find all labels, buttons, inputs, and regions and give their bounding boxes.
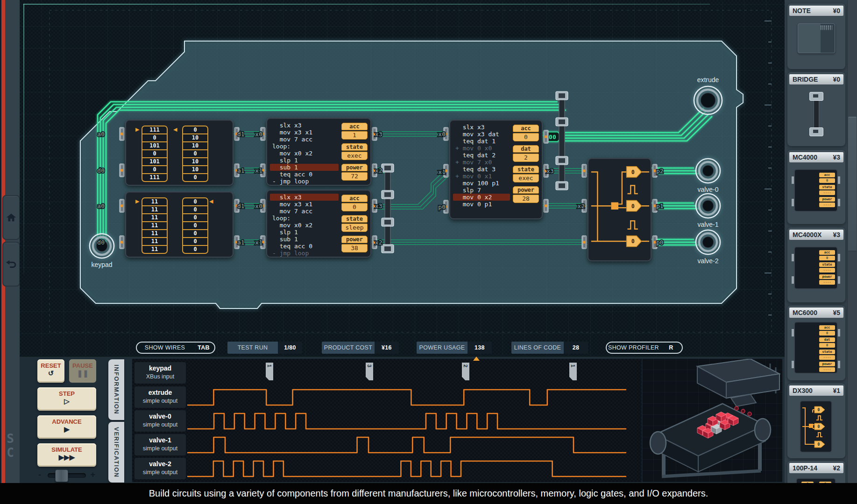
mini-register-label: power	[819, 362, 835, 366]
chip-mc4000-a[interactable]: slx x3 mov x3 x1 mov 7 accloop: mov x0 x…	[266, 118, 371, 186]
wave-row-label: valve-0simple output	[135, 410, 186, 432]
home-button[interactable]	[2, 195, 20, 240]
scrollbar-handle[interactable]	[848, 117, 857, 252]
code-line: slp 1	[270, 229, 339, 236]
mini-chip: 000	[800, 400, 832, 453]
circuit-canvas[interactable]: 100keypadextrudevalve-0valve-1valve-2d1x…	[20, 0, 785, 356]
flag-number: 2	[463, 364, 468, 367]
rom-chip-1[interactable]: 11101010101011101010010100▶◀	[125, 119, 234, 186]
wire-label: p0	[438, 203, 446, 210]
slider-knob[interactable]	[55, 469, 68, 482]
rom-cell[interactable]: 10	[183, 133, 207, 141]
mini-register-label: state	[819, 185, 835, 189]
part-card-note[interactable]: NOTE¥0	[787, 4, 845, 69]
slider-minus-label[interactable]: -	[38, 470, 41, 480]
status-show-profiler[interactable]: SHOW PROFILERR	[606, 342, 683, 354]
rom-cell[interactable]: 0	[183, 205, 207, 213]
terminal-valve-2: valve-2	[696, 230, 720, 265]
tab-verification[interactable]: VERIFICATION	[108, 422, 124, 483]
rom-cell[interactable]: 10	[183, 165, 207, 173]
wire-label: x0	[255, 203, 262, 210]
rom-cell[interactable]: 0	[183, 229, 207, 237]
mini-pin	[792, 199, 794, 206]
rom-cell[interactable]: 11	[142, 213, 167, 221]
tab-information[interactable]: INFORMATION	[108, 359, 124, 420]
register-value: exec	[341, 152, 368, 160]
simulate-label: SIMULATE	[37, 446, 96, 453]
rom-cell[interactable]: 0	[183, 173, 207, 181]
rom-cell[interactable]: 10	[183, 141, 207, 149]
rom-cursor-icon: ▶	[135, 197, 139, 205]
rom-cell[interactable]: 11	[142, 221, 167, 229]
step-button[interactable]: STEP ▷	[37, 387, 96, 411]
pause-button[interactable]: PAUSE ❚❚	[69, 359, 96, 383]
status-value: 28	[564, 342, 588, 354]
mini-pin	[792, 361, 794, 368]
rom-cell[interactable]: 0	[183, 149, 207, 157]
reset-button[interactable]: RESET ↺	[37, 359, 64, 383]
rom-cell[interactable]: 0	[183, 126, 207, 133]
mini-pin	[838, 361, 840, 368]
rom-cell[interactable]: 101	[142, 157, 167, 165]
code-line: slx x3	[270, 194, 339, 201]
rom-cell[interactable]: 0	[183, 213, 207, 221]
code-line: mov 7 acc	[270, 208, 339, 215]
rom-cell[interactable]: 11	[142, 205, 167, 213]
rom-cell[interactable]: 11	[142, 237, 167, 245]
mini-pin	[838, 329, 840, 336]
chip-dx300[interactable]: 000	[588, 158, 652, 261]
code-line: slp 1	[270, 157, 339, 164]
part-card-dx300[interactable]: DX300¥1000	[787, 384, 845, 458]
wire-label: x0	[438, 131, 446, 138]
chip-mc4000-b[interactable]: slx x3 mov x3 x1 mov 7 accloop: mov x0 x…	[266, 189, 371, 258]
rom-cell[interactable]: 11	[142, 245, 167, 253]
undo-button[interactable]	[2, 242, 20, 287]
rom-cell[interactable]: 10	[183, 157, 207, 165]
rom-cell[interactable]: 0	[142, 133, 167, 141]
rom-cell[interactable]: 0	[183, 237, 207, 245]
rom-chip-2[interactable]: 111111111111110000000▶◀	[125, 191, 234, 258]
part-preview	[787, 85, 845, 146]
rom-cell[interactable]: 0	[183, 198, 207, 205]
part-card-header: MC4000¥3	[789, 152, 843, 162]
port-pin	[120, 164, 124, 177]
chip-mc6000[interactable]: slx x3 mov x3 dat teq dat 1+ mov 0 x0 te…	[449, 119, 543, 219]
part-card-mc4000[interactable]: MC4000¥3acc0state----power----	[787, 150, 845, 224]
part-card-bridge[interactable]: BRIDGE¥0	[787, 72, 845, 146]
rom-cell[interactable]: 0	[142, 165, 167, 173]
mini-register-value: ----	[819, 355, 835, 360]
sidebar-scrollbar[interactable]	[847, 0, 857, 504]
advance-button[interactable]: ADVANCE ▶	[37, 415, 96, 439]
home-icon	[5, 211, 17, 224]
status-label: TEST RUN	[227, 342, 278, 354]
status-show-wires[interactable]: SHOW WIRESTAB	[136, 342, 215, 354]
slider-plus-label[interactable]: +	[90, 470, 95, 480]
wire-label: x1	[255, 239, 262, 246]
rom-cell[interactable]: 111	[142, 173, 167, 181]
chip-code: slx x3 mov x3 x1 mov 7 accloop: mov x0 x…	[270, 122, 339, 185]
wire-label: x0	[255, 131, 262, 138]
code-line: mov x3 dat	[453, 131, 510, 138]
rom-cell[interactable]: 101	[142, 141, 167, 149]
code-line: mov 0 x2	[453, 194, 510, 201]
simulate-button[interactable]: SIMULATE ▶▶▶	[37, 443, 96, 467]
caption-bar: Build circuits using a variety of compon…	[0, 483, 857, 504]
wire-label: d1	[237, 131, 245, 138]
rom-cell[interactable]: 0	[142, 149, 167, 157]
machine-svg	[642, 359, 782, 481]
mini-register-value: ----	[819, 367, 835, 372]
signal-type: simple output	[135, 445, 186, 453]
rom-cell[interactable]: 11	[142, 229, 167, 237]
status-test-run[interactable]: TEST RUN1/80	[227, 342, 302, 354]
mini-pin	[838, 254, 840, 261]
part-card-mc4000x[interactable]: MC4000X¥3acc0state----power----	[787, 228, 845, 302]
mini-register-value: ----	[819, 268, 835, 273]
part-preview	[787, 17, 845, 69]
rom-cell[interactable]: 0	[183, 221, 207, 229]
signal-name: keypad	[135, 364, 186, 373]
rom-cell[interactable]: 111	[142, 126, 167, 133]
part-card-mc6000[interactable]: MC6000¥5acc0dat0state----power----	[787, 306, 845, 380]
speed-slider[interactable]: - +	[37, 469, 96, 482]
rom-cell[interactable]: 0	[183, 245, 207, 253]
rom-cell[interactable]: 11	[142, 198, 167, 205]
